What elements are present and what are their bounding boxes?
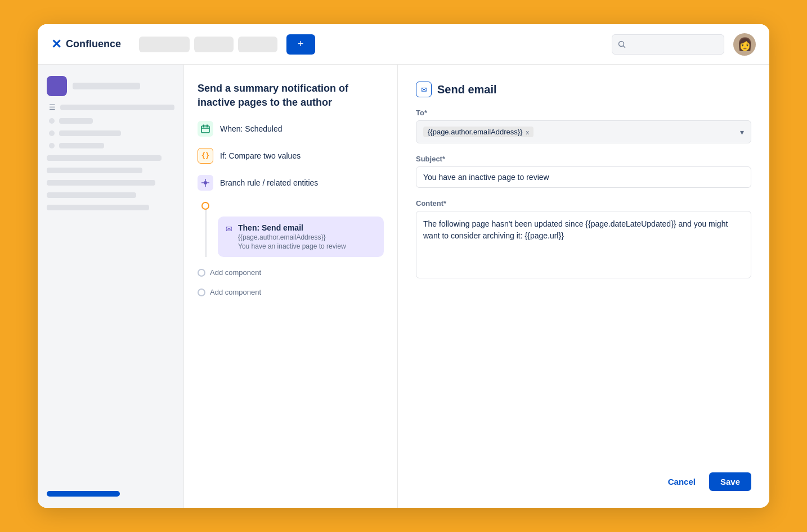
filter-icon: ☰: [49, 103, 56, 111]
add-component-2[interactable]: Add component: [198, 288, 384, 296]
sidebar-dot-3: [49, 143, 55, 148]
content-textarea[interactable]: The following page hasn't been updated s…: [416, 211, 751, 278]
to-select[interactable]: {{page.author.emailAddress}} x ▾: [416, 120, 751, 143]
sidebar-title-bar: [73, 83, 140, 89]
confluence-logo-icon: ✕: [51, 37, 61, 52]
step-when-label: When: Scheduled: [220, 124, 283, 133]
avatar[interactable]: 👩: [733, 33, 756, 56]
step-if: {} If: Compare two values: [198, 148, 384, 164]
sidebar-dot-1: [49, 118, 55, 124]
panel-header: ✉ Send email: [416, 82, 751, 97]
sidebar-divider-line-3: [47, 180, 155, 186]
subject-input[interactable]: You have an inactive page to review: [416, 166, 751, 188]
add-component-dot-2: [198, 288, 205, 296]
step-branch-label: Branch rule / related entities: [220, 178, 318, 187]
step-when-icon: [198, 121, 213, 137]
add-component-1[interactable]: Add component: [198, 268, 384, 277]
branch-dot: [201, 202, 209, 210]
subject-label: Subject*: [416, 155, 751, 163]
logo: ✕ Confluence: [51, 37, 121, 52]
to-tag: {{page.author.emailAddress}} x: [423, 127, 533, 137]
step-branch: Branch rule / related entities: [198, 175, 384, 191]
sidebar-divider-line-2: [47, 168, 142, 173]
then-card-sub1: {{page.author.emailAddress}}: [238, 233, 346, 241]
body: ☰: [38, 65, 769, 508]
branch-container: ✉ Then: Send email {{page.author.emailAd…: [205, 202, 384, 257]
svg-point-6: [204, 181, 207, 184]
left-panel: Send a summary notification of inactive …: [184, 65, 398, 508]
then-card[interactable]: ✉ Then: Send email {{page.author.emailAd…: [218, 217, 384, 257]
sidebar-filter-line: [60, 105, 174, 110]
sidebar-item-3[interactable]: [47, 143, 174, 148]
right-panel: ✉ Send email To* {{page.author.emailAddr…: [398, 65, 769, 508]
to-label: To*: [416, 109, 751, 117]
to-field-group: To* {{page.author.emailAddress}} x ▾: [416, 109, 751, 143]
sidebar-divider-line-1: [47, 155, 162, 161]
sidebar-line-2: [59, 130, 121, 136]
to-tag-remove[interactable]: x: [526, 129, 529, 136]
nav-pills: [139, 37, 277, 52]
step-if-icon: {}: [198, 148, 213, 164]
then-card-sub2: You have an inactive page to review: [238, 242, 346, 250]
panel-header-email-icon: ✉: [416, 82, 432, 97]
to-tag-value: {{page.author.emailAddress}}: [428, 128, 522, 136]
nav-pill-2[interactable]: [194, 37, 234, 52]
sidebar-item-1[interactable]: [47, 118, 174, 124]
panel-header-title: Send email: [437, 83, 497, 96]
workflow-title: Send a summary notification of inactive …: [198, 82, 384, 110]
add-component-dot-1: [198, 269, 205, 277]
svg-rect-2: [201, 126, 209, 133]
main-content: Send a summary notification of inactive …: [184, 65, 769, 508]
save-button[interactable]: Save: [709, 472, 751, 491]
add-component-label-1: Add component: [210, 268, 261, 277]
then-card-title: Then: Send email: [238, 223, 346, 232]
add-button[interactable]: +: [286, 34, 315, 55]
sidebar-line-1: [59, 118, 93, 124]
search-box[interactable]: [612, 34, 724, 55]
sidebar-bottom-bar: [47, 491, 120, 497]
header: ✕ Confluence + 👩: [38, 24, 769, 65]
then-card-content: Then: Send email {{page.author.emailAddr…: [238, 223, 346, 250]
app-window: ✕ Confluence + 👩: [38, 24, 769, 508]
sidebar-divider-line-5: [47, 205, 149, 210]
step-branch-icon: [198, 175, 213, 191]
logo-text: Confluence: [66, 38, 121, 50]
nav-pill-1[interactable]: [139, 37, 190, 52]
sidebar-dot-2: [49, 130, 55, 136]
sidebar-divider-line-4: [47, 192, 136, 198]
branch-icon: [201, 178, 210, 187]
content-field-group: Content* The following page hasn't been …: [416, 199, 751, 278]
then-card-email-icon: ✉: [226, 224, 232, 233]
panel-actions: Cancel Save: [416, 472, 751, 491]
search-icon: [618, 40, 626, 48]
add-component-label-2: Add component: [210, 288, 261, 296]
subject-field-group: Subject* You have an inactive page to re…: [416, 155, 751, 188]
sidebar-top: [47, 76, 174, 96]
sidebar-line-3: [59, 143, 104, 148]
calendar-icon: [201, 124, 210, 133]
nav-pill-3[interactable]: [238, 37, 277, 52]
sidebar-item-2[interactable]: [47, 130, 174, 136]
step-when: When: Scheduled: [198, 121, 384, 137]
content-label: Content*: [416, 199, 751, 208]
cancel-button[interactable]: Cancel: [661, 472, 702, 491]
outer-wrapper: ✕ Confluence + 👩: [0, 0, 807, 532]
to-chevron-icon: ▾: [740, 128, 744, 137]
sidebar-filter-row: ☰: [47, 103, 174, 111]
step-if-label: If: Compare two values: [220, 151, 301, 160]
sidebar-icon: [47, 76, 67, 96]
to-select-content: {{page.author.emailAddress}} x: [423, 127, 533, 137]
sidebar: ☰: [38, 65, 184, 508]
svg-line-1: [624, 46, 625, 47]
branch-dot-row: [201, 202, 384, 210]
